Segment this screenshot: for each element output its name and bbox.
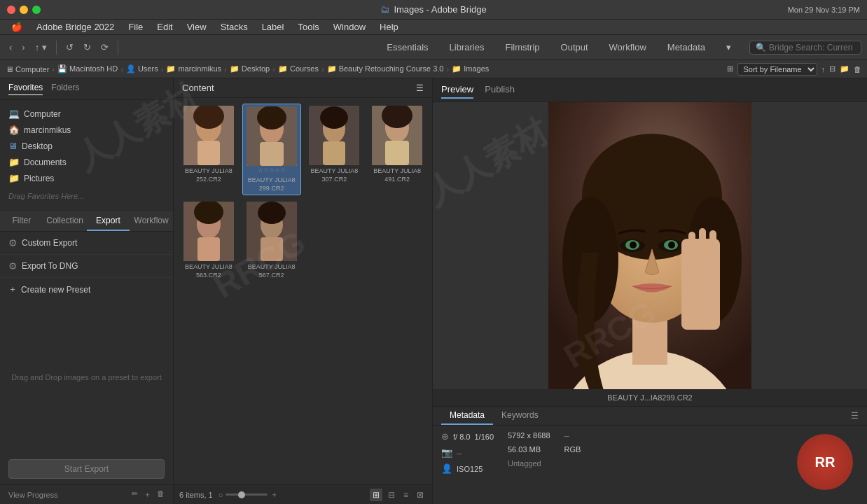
thumb-portrait-3	[309, 106, 359, 165]
tab-workflow[interactable]: Workflow	[130, 211, 173, 231]
close-button[interactable]	[7, 6, 15, 14]
tab-publish[interactable]: Publish	[485, 81, 515, 99]
grid-view-2-button[interactable]: ⊟	[385, 489, 398, 501]
list-view-button[interactable]: ≡	[401, 489, 411, 501]
sidebar-item-desktop[interactable]: 🖥 Desktop	[0, 138, 173, 154]
thumb-portrait-5	[183, 202, 234, 261]
shutter-value: 1/160	[474, 433, 494, 441]
sidebar-item-computer[interactable]: 💻 Computer	[0, 106, 173, 122]
rotate-ccw-button[interactable]: ↺	[62, 41, 77, 54]
sidebar-item-marcinmikus[interactable]: 🏠 marcinmikus	[0, 122, 173, 138]
create-preset-button[interactable]: ＋ Create new Preset	[0, 278, 173, 301]
custom-export-icon: ⚙	[8, 237, 18, 248]
sort-select[interactable]: Sort by Filename	[737, 63, 817, 76]
tab-favorites[interactable]: Favorites	[8, 83, 43, 95]
trash-icon[interactable]: 🗑	[157, 489, 165, 500]
tab-output[interactable]: Output	[551, 39, 598, 55]
breadcrumb-macintosh[interactable]: 💾 Macintosh HD	[57, 64, 118, 74]
thumb-portrait-4	[372, 106, 422, 165]
thumb-label-567: BEAUTY JULIA8567.CR2	[248, 263, 296, 279]
back-button[interactable]: ‹	[6, 41, 15, 54]
minimize-button[interactable]	[20, 6, 28, 14]
tab-filmstrip[interactable]: Filmstrip	[495, 39, 549, 55]
breadcrumb-user[interactable]: 📁 marcinmikus	[166, 64, 221, 74]
menu-bridge[interactable]: Adobe Bridge 2022	[31, 20, 120, 34]
thumb-491[interactable]: BEAUTY JULIA8491.CR2	[368, 104, 426, 195]
tab-more[interactable]: ▾	[716, 39, 741, 55]
folder-options[interactable]: 📁	[840, 64, 849, 74]
thumb-307[interactable]: BEAUTY JULIA8307.CR2	[305, 104, 364, 195]
menu-label[interactable]: Label	[256, 20, 290, 34]
tab-metadata[interactable]: Metadata	[441, 407, 493, 425]
forward-button[interactable]: ›	[18, 41, 28, 54]
breadcrumb-courses[interactable]: 📁 Courses	[278, 64, 319, 74]
export-dng-item[interactable]: ⚙ Export To DNG	[0, 255, 173, 278]
slider-track[interactable]	[226, 493, 268, 496]
add-item-icon[interactable]: ＋	[270, 489, 278, 500]
delete-icon[interactable]: 🗑	[854, 65, 861, 74]
breadcrumb-computer[interactable]: 🖥 Computer	[6, 65, 49, 74]
slider-thumb[interactable]	[238, 491, 245, 498]
maximize-button[interactable]	[32, 6, 41, 14]
menu-file[interactable]: File	[123, 20, 148, 34]
add-icon[interactable]: ＋	[144, 489, 151, 500]
tab-export[interactable]: Export	[87, 211, 130, 231]
tab-metadata[interactable]: Metadata	[658, 39, 715, 55]
content-menu-icon[interactable]: ☰	[416, 83, 424, 93]
thumb-299[interactable]: ☆☆☆☆☆ BEAUTY JULIA8299.CR2	[242, 104, 301, 195]
drag-favorites-hint: Drag Favorites Here...	[0, 186, 173, 206]
window-controls[interactable]	[7, 6, 41, 14]
tab-filter[interactable]: Filter	[0, 211, 43, 231]
svg-rect-38	[688, 232, 695, 260]
content-title: Content	[182, 83, 214, 93]
breadcrumb-images[interactable]: 📁 Images	[452, 64, 489, 74]
menu-edit[interactable]: Edit	[151, 20, 178, 34]
view-progress-label[interactable]: View Progress	[8, 491, 58, 499]
breadcrumb-desktop[interactable]: 📁 Desktop	[230, 64, 270, 74]
menu-stacks[interactable]: Stacks	[215, 20, 254, 34]
custom-export-item[interactable]: ⚙ Custom Export	[0, 232, 173, 255]
metadata-options-icon[interactable]: ☰	[851, 411, 859, 421]
rotate-cw-button[interactable]: ↻	[80, 41, 95, 54]
menu-tools[interactable]: Tools	[292, 20, 324, 34]
toolbar: ‹ › ↑ ▾ ↺ ↻ ⟳ Essentials Libraries Films…	[0, 35, 867, 60]
thumb-label-491: BEAUTY JULIA8491.CR2	[373, 167, 421, 183]
menu-view[interactable]: View	[181, 20, 212, 34]
tab-essentials[interactable]: Essentials	[377, 39, 438, 55]
thumb-563[interactable]: BEAUTY JULIA8563.CR2	[179, 200, 238, 281]
zoom-minus-icon[interactable]: ○	[219, 491, 223, 499]
tab-preview[interactable]: Preview	[441, 81, 473, 99]
tab-folders[interactable]: Folders	[51, 83, 79, 95]
tab-collection[interactable]: Collection	[43, 211, 87, 231]
up-button[interactable]: ↑ ▾	[32, 41, 50, 54]
pencil-icon[interactable]: ✏	[132, 489, 138, 500]
preview-header: Preview Publish	[433, 78, 867, 102]
search-input[interactable]	[769, 43, 853, 52]
apple-menu[interactable]: 🍎	[6, 20, 28, 34]
thumb-img-299	[247, 106, 297, 166]
thumb-img-252	[183, 106, 234, 165]
breadcrumb-course[interactable]: 📁 Beauty Retouching Course 3.0	[327, 64, 444, 74]
menu-window[interactable]: Window	[328, 20, 371, 34]
dimensions-value: 5792 x 8688	[508, 431, 550, 440]
tab-workflow[interactable]: Workflow	[599, 39, 656, 55]
tab-libraries[interactable]: Libraries	[440, 39, 494, 55]
thumb-567[interactable]: BEAUTY JULIA8567.CR2	[242, 200, 301, 281]
sidebar-item-documents[interactable]: 📁 Documents	[0, 154, 173, 170]
start-export-button[interactable]: Start Export	[8, 459, 165, 479]
tab-keywords[interactable]: Keywords	[493, 407, 547, 425]
refresh-button[interactable]: ⟳	[97, 41, 112, 54]
svg-rect-40	[709, 230, 716, 257]
filmstrip-view-button[interactable]: ⊠	[414, 489, 426, 501]
meta-col-1: ⊕ f/ 8.0 1/160 📷 -- 👤 ISO125	[441, 431, 494, 478]
sort-asc-icon[interactable]: ↑	[821, 65, 826, 74]
titlebar: 🗂 Images - Adobe Bridge Mon 29 Nov 3:19 …	[0, 0, 867, 20]
search-bar[interactable]: 🔍	[749, 41, 861, 55]
menu-help[interactable]: Help	[374, 20, 404, 34]
grid-view-button[interactable]: ⊞	[370, 489, 382, 501]
sidebar-item-pictures[interactable]: 📁 Pictures	[0, 170, 173, 186]
view-options[interactable]: ⊟	[829, 64, 835, 74]
breadcrumb-users[interactable]: 👤 Users	[126, 64, 158, 74]
zoom-slider[interactable]: ○ ＋	[219, 489, 279, 500]
thumb-252[interactable]: BEAUTY JULIA8252.CR2	[179, 104, 238, 195]
